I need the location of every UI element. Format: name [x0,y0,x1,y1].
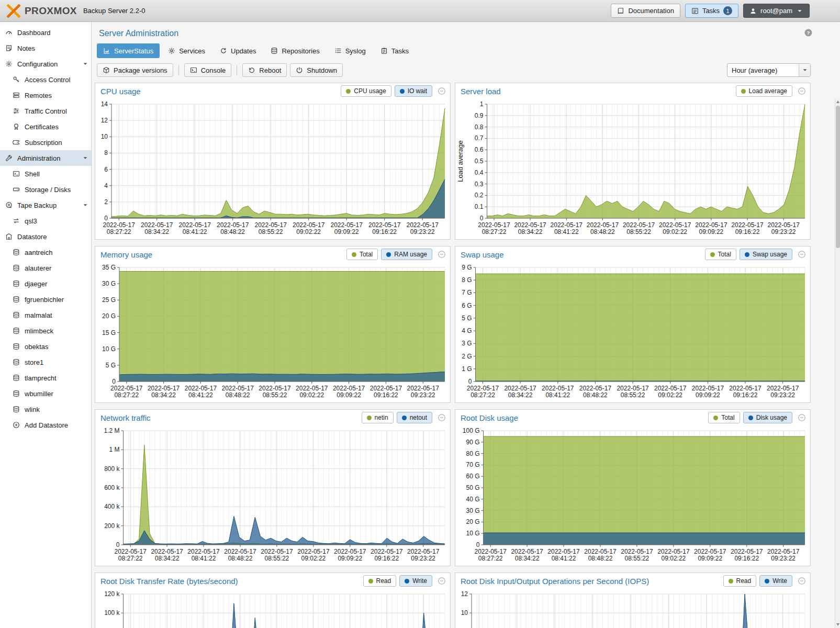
svg-text:35 G: 35 G [102,264,116,271]
sidebar-item-datastore[interactable]: Datastore [0,229,91,244]
reboot-button[interactable]: Reboot [242,63,287,77]
chart-panel-network: Network traffic netin netout 0200 k400 k… [95,409,451,566]
vertical-scrollbar[interactable] [835,98,840,628]
legend-write[interactable]: Write [759,575,792,587]
svg-text:09:02:22: 09:02:22 [299,391,324,399]
sidebar-item-store1[interactable]: store1 [0,354,91,370]
scrollbar-down-arrow[interactable] [836,623,839,626]
sidebar-item-alauterer[interactable]: alauterer [0,260,91,276]
sidebar-item-remotes[interactable]: Remotes [0,87,91,103]
sidebar-item-malmalat[interactable]: malmalat [0,307,91,323]
legend-netin[interactable]: netin [362,412,394,423]
sidebar-item-label: Subscription [25,139,62,147]
svg-text:2022-05-17: 2022-05-17 [467,385,499,392]
sidebar-item-configuration[interactable]: Configuration [0,56,91,72]
legend-total[interactable]: Total [708,412,740,423]
sidebar-item-tape-backup[interactable]: Tape Backup [0,197,91,213]
legend-read[interactable]: Read [723,575,757,587]
legend-swap-usage[interactable]: Swap usage [740,249,792,260]
sidebar-item-wbumiller[interactable]: wbumiller [0,386,91,401]
store-icon [5,233,13,240]
sidebar-item-obektas[interactable]: obektas [0,339,91,354]
ticket-icon [13,139,20,146]
svg-text:10 G: 10 G [466,530,479,537]
collapse-panel-icon[interactable] [438,250,446,259]
svg-text:25 G: 25 G [102,296,116,304]
sidebar-item-aantreich[interactable]: aantreich [0,244,91,260]
collapse-panel-icon[interactable] [798,577,806,585]
sidebar-item-qsl3[interactable]: qsl3 [0,213,91,229]
package-versions-button[interactable]: Package versions [97,63,173,77]
legend-dot [368,579,373,584]
legend-ram-usage[interactable]: RAM usage [381,249,432,260]
svg-text:4: 4 [104,182,108,189]
sidebar-item-subscription[interactable]: Subscription [0,134,91,150]
chart-panel-memory: Memory usage Total RAM usage 05 G10 G15 … [95,246,451,403]
svg-text:0: 0 [476,541,480,548]
tab-services[interactable]: Services [162,43,211,58]
tab-syslog[interactable]: Syslog [328,43,372,58]
svg-text:09:23:22: 09:23:22 [411,391,435,399]
sidebar-item-administration[interactable]: Administration [0,150,91,166]
db-icon [271,47,278,54]
svg-text:2022-05-17: 2022-05-17 [179,221,211,229]
tasks-button[interactable]: Tasks 1 [685,4,738,18]
reboot-icon [248,66,255,74]
legend-cpu-usage[interactable]: CPU usage [341,85,391,97]
legend-read[interactable]: Read [363,575,397,587]
svg-text:0.7: 0.7 [475,134,484,142]
svg-text:2022-05-17: 2022-05-17 [654,385,687,392]
combo-trigger[interactable] [799,64,810,76]
collapse-panel-icon[interactable] [438,577,446,585]
caret-down-icon[interactable] [82,201,89,209]
help-button[interactable] [804,28,813,39]
sidebar-item-traffic-control[interactable]: Traffic Control [0,103,91,119]
svg-text:8: 8 [104,149,108,156]
sidebar-item-tlamprecht[interactable]: tlamprecht [0,370,91,386]
svg-text:09:23:22: 09:23:22 [411,555,435,562]
legend-disk-usage[interactable]: Disk usage [743,412,792,423]
legend-netout[interactable]: netout [397,412,432,423]
tab-tasks[interactable]: Tasks [374,43,415,58]
sidebar-item-fgruenbichler[interactable]: fgruenbichler [0,291,91,307]
caret-down-icon[interactable] [82,60,89,68]
sidebar-item-notes[interactable]: Notes [0,40,91,56]
sidebar-item-wlink[interactable]: wlink [0,401,91,417]
sidebar-item-storage-disks[interactable]: Storage / Disks [0,182,91,197]
svg-text:08:27:22: 08:27:22 [114,391,139,399]
tab-repositories[interactable]: Repositories [264,43,326,58]
legend-write[interactable]: Write [399,575,432,587]
scrollbar-thumb[interactable] [836,106,840,248]
tab-serverstatus[interactable]: ServerStatus [97,43,160,58]
legend-total[interactable]: Total [346,249,378,260]
svg-text:09:09:22: 09:09:22 [337,391,361,399]
user-menu-button[interactable]: root@pam [743,4,810,18]
collapse-panel-icon[interactable] [798,87,806,95]
sidebar-item-djaeger[interactable]: djaeger [0,276,91,291]
sidebar-item-dashboard[interactable]: Dashboard [0,25,91,40]
legend-load-average[interactable]: Load average [736,85,792,97]
button-label: Reboot [259,66,281,74]
sidebar-item-add-datastore[interactable]: Add Datastore [0,417,91,433]
sidebar-item-mlimbeck[interactable]: mlimbeck [0,323,91,339]
legend-dot [386,252,391,257]
collapse-panel-icon[interactable] [438,413,446,422]
chart-legend: Read Write [363,575,432,587]
collapse-panel-icon[interactable] [798,413,806,422]
sidebar-item-certificates[interactable]: Certificates [0,119,91,134]
collapse-panel-icon[interactable] [438,87,446,95]
scrollbar-up-arrow[interactable] [836,100,839,103]
legend-total[interactable]: Total [705,249,736,260]
sidebar-item-access-control[interactable]: Access Control [0,72,91,87]
sidebar-item-shell[interactable]: Shell [0,166,91,182]
shutdown-button[interactable]: Shutdown [290,63,343,77]
chart-panel-header: Swap usage Total Swap usage [455,246,810,262]
legend-io-wait[interactable]: IO wait [395,85,432,97]
console-button[interactable]: Console [184,63,232,77]
tab-updates[interactable]: Updates [214,43,262,58]
svg-text:0.1: 0.1 [475,203,484,210]
collapse-panel-icon[interactable] [798,250,806,259]
documentation-button[interactable]: Documentation [611,4,680,18]
caret-down-icon[interactable] [82,154,89,162]
time-range-select[interactable]: Hour (average) [727,63,811,77]
